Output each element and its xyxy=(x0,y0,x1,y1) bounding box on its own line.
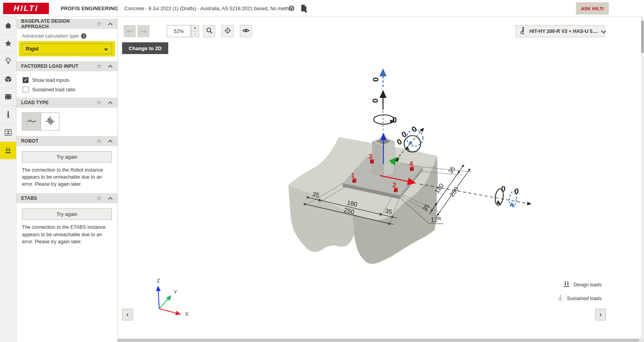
anchor-search-icon xyxy=(520,27,526,36)
eye-icon xyxy=(242,28,250,35)
zoom-level-input[interactable] xyxy=(167,25,191,37)
top-bar: HILTI PROFIS ENGINEERING Concrete - 6 Ju… xyxy=(0,0,644,17)
collapse-chevron-icon[interactable] xyxy=(108,139,113,143)
rail-favorites[interactable] xyxy=(0,35,16,53)
vertical-scrollbar-thumb[interactable] xyxy=(641,21,644,53)
checkbox-checked-icon: ✓ xyxy=(23,77,29,83)
canvas-toolbar: ↩ ↪ + - xyxy=(124,25,252,37)
anchor-number: 2 xyxy=(392,181,396,189)
axis-z-label: Z xyxy=(157,278,160,284)
target-icon xyxy=(224,27,231,36)
redo-button[interactable]: ↪ xyxy=(137,25,149,37)
svg-text:0: 0 xyxy=(410,124,419,134)
section-factored-load-input[interactable]: FACTORED LOAD INPUT ☆ xyxy=(16,61,117,71)
section-etabs[interactable]: ETABS ☆ xyxy=(16,193,117,203)
section-title: ROBOT xyxy=(21,138,97,144)
svg-text:0: 0 xyxy=(371,77,380,81)
section-title: ETABS xyxy=(21,195,97,201)
section-load-type[interactable]: LOAD TYPE ☆ xyxy=(16,98,117,108)
hilti-logo[interactable]: HILTI xyxy=(3,3,49,14)
settings-gear-icon[interactable]: ⚙ xyxy=(288,4,295,12)
z-load-group[interactable]: 0 0 0 xyxy=(371,69,397,131)
show-load-inputs-checkbox[interactable]: ✓ Show load inputs xyxy=(23,77,117,83)
anchor-product-value: HIT-HY 200-R V3 + HAS-U 5.... xyxy=(529,29,598,34)
change-to-2d-button[interactable]: Change to 2D xyxy=(122,42,168,54)
anchor-number: 4 xyxy=(409,160,413,168)
rail-home[interactable] xyxy=(0,17,16,35)
svg-text:0: 0 xyxy=(500,184,506,194)
axis-x-label: X xyxy=(185,311,189,317)
axis-y-label: Y xyxy=(174,289,177,295)
vertical-scrollbar[interactable] xyxy=(641,17,644,342)
sustained-loads-icon xyxy=(557,294,564,303)
ibeam-icon xyxy=(4,128,13,137)
section-robot[interactable]: ROBOT ☆ xyxy=(16,136,117,146)
selector-chevron-down-icon xyxy=(601,28,606,35)
seismic-load-button[interactable] xyxy=(41,113,59,130)
anchor-number: 3 xyxy=(369,153,372,160)
horizontal-scrollbar-thumb[interactable] xyxy=(118,339,639,342)
load-legend: Design loads Sustained loads xyxy=(557,280,602,308)
static-load-icon xyxy=(26,115,38,128)
rail-geometry[interactable] xyxy=(0,71,16,89)
next-view-button[interactable]: › xyxy=(595,309,606,320)
design-loads-icon xyxy=(563,280,570,290)
calculation-type-dropdown[interactable]: Rigid xyxy=(22,43,112,54)
calculation-type-value: Rigid xyxy=(26,46,104,52)
favorite-star-icon[interactable]: ☆ xyxy=(97,20,102,27)
favorite-star-icon[interactable]: ☆ xyxy=(97,63,102,70)
loads-icon xyxy=(4,146,13,155)
collapse-chevron-icon[interactable] xyxy=(108,101,113,104)
home-icon xyxy=(4,21,13,30)
icon-rail xyxy=(0,17,16,342)
center-view-button[interactable] xyxy=(221,25,234,37)
favorite-star-icon[interactable]: ☆ xyxy=(97,138,102,145)
robot-try-again-button[interactable]: Try again xyxy=(22,151,112,163)
sustained-load-ratio-checkbox[interactable]: Sustained load ratio xyxy=(23,87,117,92)
horizontal-scrollbar[interactable] xyxy=(118,338,644,342)
model-canvas[interactable]: 35 180 35 250 35 180 35 xyxy=(118,17,644,342)
collapse-chevron-icon[interactable] xyxy=(108,65,113,68)
favorite-star-icon[interactable]: ☆ xyxy=(97,195,102,202)
section-title: BASEPLATE DESIGN APPROACH xyxy=(21,18,97,29)
etabs-try-again-button[interactable]: Try again xyxy=(22,208,112,220)
section-title: FACTORED LOAD INPUT xyxy=(21,63,97,69)
new-document-icon[interactable] xyxy=(300,4,308,14)
anchor-number: 1 xyxy=(351,172,354,179)
zoom-search-button[interactable] xyxy=(203,25,215,37)
svg-text:0: 0 xyxy=(392,116,397,124)
svg-text:0: 0 xyxy=(514,186,520,196)
section-title: LOAD TYPE xyxy=(21,100,97,105)
redo-icon: ↪ xyxy=(140,27,147,36)
svg-text:35: 35 xyxy=(447,165,456,175)
visibility-button[interactable] xyxy=(240,25,252,37)
rail-profile[interactable] xyxy=(0,124,16,142)
rail-anchor[interactable] xyxy=(0,106,16,124)
collapse-chevron-icon[interactable] xyxy=(108,197,113,200)
ask-hilti-button[interactable]: ASK HILTI xyxy=(576,2,609,14)
zoom-out-button[interactable]: - xyxy=(191,31,199,38)
section-baseplate-design-approach[interactable]: BASEPLATE DESIGN APPROACH ☆ xyxy=(16,19,117,29)
undo-button[interactable]: ↩ xyxy=(124,25,136,37)
rail-loads[interactable] xyxy=(0,142,16,160)
load-type-toggle xyxy=(22,112,59,130)
previous-view-button[interactable]: ‹ xyxy=(122,309,133,320)
anchor-bolt-icon xyxy=(4,110,13,119)
checkbox-label: Show load inputs xyxy=(32,78,69,83)
collapse-chevron-icon[interactable] xyxy=(108,22,113,25)
etabs-error-message: The connection to the ETABS instance app… xyxy=(22,224,111,245)
robot-error-message: The connection to the Robot instance app… xyxy=(22,166,111,188)
info-icon[interactable]: i xyxy=(81,33,86,39)
anchor-product-selector[interactable]: HIT-HY 200-R V3 + HAS-U 5.... xyxy=(516,25,605,37)
static-load-button[interactable] xyxy=(22,113,41,130)
seismic-load-icon xyxy=(44,115,56,128)
orientation-axes: Z Y X xyxy=(141,275,200,324)
zoom-in-button[interactable]: + xyxy=(191,25,199,31)
left-panel: BASEPLATE DESIGN APPROACH ☆ Advanced cal… xyxy=(16,17,118,342)
app-name: PROFIS ENGINEERING xyxy=(61,5,118,11)
rail-suggestions[interactable] xyxy=(0,52,16,71)
rail-base-material[interactable] xyxy=(0,88,16,106)
profis-engineering-app: HILTI PROFIS ENGINEERING Concrete - 6 Ju… xyxy=(0,0,644,342)
favorite-star-icon[interactable]: ☆ xyxy=(97,99,102,106)
legend-label: Design loads xyxy=(574,282,602,288)
